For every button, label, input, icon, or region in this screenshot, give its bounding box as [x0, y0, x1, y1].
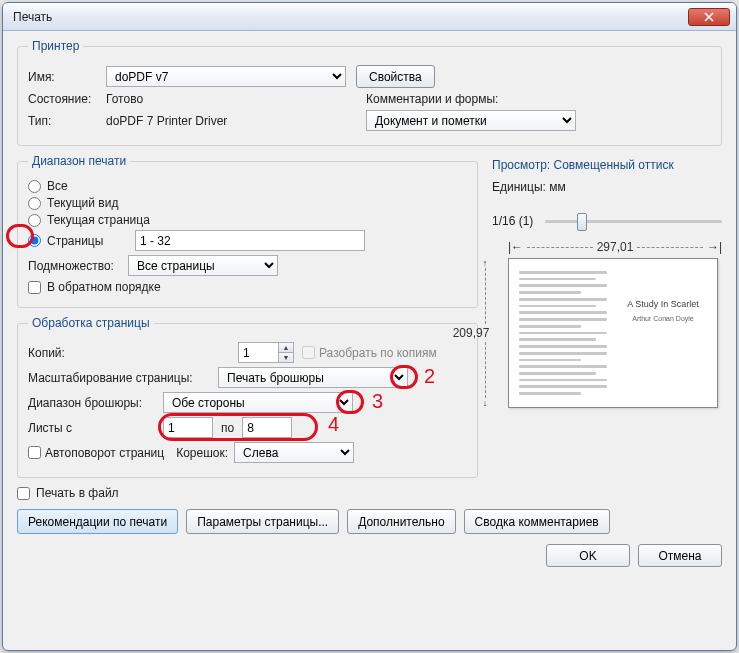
scaling-combo[interactable]: Печать брошюры — [218, 367, 408, 388]
reverse-check[interactable] — [28, 281, 41, 294]
printer-legend: Принтер — [28, 39, 83, 53]
close-button[interactable] — [688, 8, 730, 26]
preview-title: A Study In Scarlet — [619, 299, 707, 309]
print-range-group: Диапазон печати Все Текущий вид Текущая … — [17, 154, 478, 308]
page-setup-button[interactable]: Параметры страницы... — [186, 509, 339, 534]
reverse-label: В обратном порядке — [47, 280, 161, 294]
printing-tips-button[interactable]: Рекомендации по печати — [17, 509, 178, 534]
comments-forms-combo[interactable]: Документ и пометки — [366, 110, 576, 131]
collate-check — [302, 346, 315, 359]
booklet-range-label: Диапазон брошюры: — [28, 396, 163, 410]
copies-label: Копий: — [28, 346, 238, 360]
scaling-label: Масштабирование страницы: — [28, 371, 218, 385]
titlebar: Печать — [3, 3, 736, 31]
dimension-top: |←297,01→| — [508, 240, 722, 254]
pages-input[interactable] — [135, 230, 365, 251]
subset-label: Подмножество: — [28, 259, 128, 273]
annotation-number-4: 4 — [328, 413, 339, 436]
copies-input[interactable] — [238, 342, 278, 363]
copies-spinner[interactable]: ▲▼ — [238, 342, 294, 363]
printer-type-value: doPDF 7 Printer Driver — [106, 114, 366, 128]
close-icon — [704, 12, 714, 22]
printer-name-label: Имя: — [28, 70, 106, 84]
subset-combo[interactable]: Все страницы — [128, 255, 278, 276]
zoom-label: 1/16 (1) — [492, 214, 533, 228]
units-label: Единицы: мм — [492, 180, 722, 194]
print-range-legend: Диапазон печати — [28, 154, 130, 168]
page-height-value: 209,97 — [453, 326, 490, 340]
autorotate-label: Автоповорот страниц — [45, 446, 164, 460]
page-handling-legend: Обработка страницы — [28, 316, 154, 330]
printer-group: Принтер Имя: doPDF v7 Свойства Состояние… — [17, 39, 722, 146]
preview-left-page — [519, 269, 607, 397]
sheets-to-label: по — [221, 421, 234, 435]
copies-spin-buttons[interactable]: ▲▼ — [278, 342, 294, 363]
radio-all-label: Все — [47, 179, 68, 193]
booklet-range-combo[interactable]: Обе стороны — [163, 392, 353, 413]
annotation-number-2: 2 — [424, 365, 435, 388]
printer-status-label: Состояние: — [28, 92, 106, 106]
radio-pages[interactable] — [28, 234, 41, 247]
printer-type-label: Тип: — [28, 114, 106, 128]
page-preview: A Study In Scarlet Arthur Conan Doyle — [508, 258, 718, 408]
radio-pages-label: Страницы — [47, 234, 129, 248]
preview-header: Просмотр: Совмещенный оттиск — [492, 158, 722, 172]
comments-forms-label: Комментарии и формы: — [366, 92, 498, 106]
window-title: Печать — [13, 10, 688, 24]
binding-label: Корешок: — [176, 446, 228, 460]
page-handling-group: Обработка страницы Копий: ▲▼ Разобрать п… — [17, 316, 478, 478]
advanced-button[interactable]: Дополнительно — [347, 509, 455, 534]
radio-all[interactable] — [28, 180, 41, 193]
preview-author: Arthur Conan Doyle — [619, 315, 707, 322]
sheets-from-input[interactable] — [163, 417, 213, 438]
page-width-value: 297,01 — [597, 240, 634, 254]
printer-name-combo[interactable]: doPDF v7 — [106, 66, 346, 87]
sheets-to-input[interactable] — [242, 417, 292, 438]
preview-right-page: A Study In Scarlet Arthur Conan Doyle — [619, 269, 707, 397]
zoom-slider[interactable] — [545, 220, 722, 223]
print-dialog: Печать Принтер Имя: doPDF v7 Свойства Со… — [2, 2, 737, 651]
chevron-down-icon[interactable]: ▼ — [279, 353, 293, 362]
printer-status-value: Готово — [106, 92, 366, 106]
radio-current-page[interactable] — [28, 214, 41, 227]
annotation-number-3: 3 — [372, 390, 383, 413]
collate-label: Разобрать по копиям — [319, 346, 437, 360]
print-to-file-label: Печать в файл — [36, 486, 119, 500]
properties-button[interactable]: Свойства — [356, 65, 435, 88]
autorotate-check[interactable] — [28, 446, 41, 459]
chevron-up-icon[interactable]: ▲ — [279, 343, 293, 353]
radio-current-view-label: Текущий вид — [47, 196, 118, 210]
binding-combo[interactable]: Слева — [234, 442, 354, 463]
slider-thumb[interactable] — [577, 213, 587, 231]
radio-current-view[interactable] — [28, 197, 41, 210]
comments-summary-button[interactable]: Сводка комментариев — [464, 509, 610, 534]
dimension-left: ↑209,97↓ — [478, 258, 492, 408]
cancel-button[interactable]: Отмена — [638, 544, 722, 567]
ok-button[interactable]: OK — [546, 544, 630, 567]
print-to-file-check[interactable] — [17, 487, 30, 500]
sheets-from-label: Листы с — [28, 421, 163, 435]
radio-current-page-label: Текущая страница — [47, 213, 150, 227]
preview-box: |←297,01→| ↑209,97↓ — [492, 258, 722, 408]
